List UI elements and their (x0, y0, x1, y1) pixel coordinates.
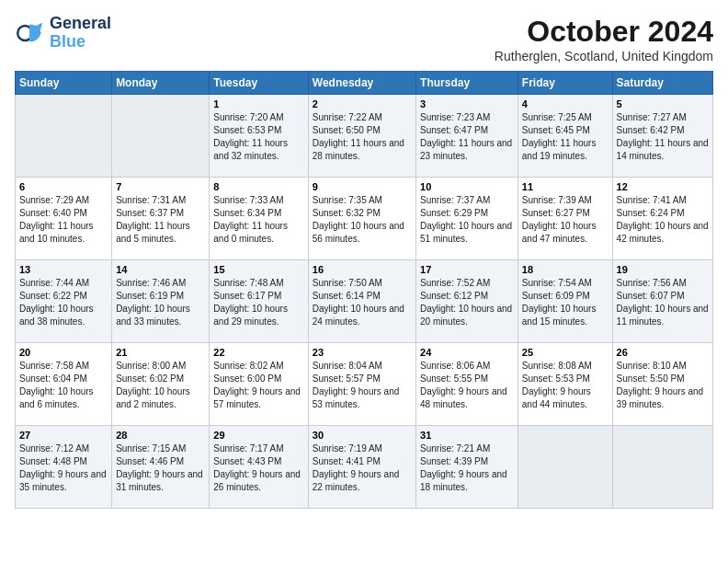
calendar-cell: 4Sunrise: 7:25 AMSunset: 6:45 PMDaylight… (518, 95, 612, 178)
day-number: 27 (19, 430, 108, 441)
calendar-cell: 11Sunrise: 7:39 AMSunset: 6:27 PMDayligh… (518, 178, 612, 260)
day-number: 10 (420, 181, 514, 192)
header-friday: Friday (518, 72, 612, 95)
day-info: Sunrise: 7:20 AMSunset: 6:53 PMDaylight:… (213, 111, 303, 163)
calendar-cell: 21Sunrise: 8:00 AMSunset: 6:02 PMDayligh… (112, 343, 210, 426)
header-thursday: Thursday (416, 72, 518, 95)
calendar-header-row: SundayMondayTuesdayWednesdayThursdayFrid… (16, 72, 713, 95)
day-info: Sunrise: 8:08 AMSunset: 5:53 PMDaylight:… (522, 360, 609, 411)
day-number: 3 (420, 98, 514, 109)
header-saturday: Saturday (612, 72, 712, 95)
calendar-cell (612, 426, 712, 509)
day-number: 21 (116, 347, 205, 358)
day-number: 16 (313, 264, 412, 275)
day-info: Sunrise: 7:27 AMSunset: 6:42 PMDaylight:… (617, 111, 709, 163)
day-info: Sunrise: 8:04 AMSunset: 5:57 PMDaylight:… (313, 360, 412, 411)
day-info: Sunrise: 7:58 AMSunset: 6:04 PMDaylight:… (19, 360, 108, 411)
day-number: 26 (617, 347, 709, 358)
calendar-cell: 31Sunrise: 7:21 AMSunset: 4:39 PMDayligh… (416, 426, 518, 509)
day-info: Sunrise: 7:50 AMSunset: 6:14 PMDaylight:… (313, 277, 412, 328)
logo-line1: General (50, 15, 111, 33)
header-wednesday: Wednesday (308, 72, 415, 95)
calendar-cell: 30Sunrise: 7:19 AMSunset: 4:41 PMDayligh… (308, 426, 415, 509)
day-info: Sunrise: 7:35 AMSunset: 6:32 PMDaylight:… (313, 194, 412, 246)
calendar-cell: 6Sunrise: 7:29 AMSunset: 6:40 PMDaylight… (16, 178, 112, 260)
logo-icon (15, 18, 44, 48)
day-info: Sunrise: 7:52 AMSunset: 6:12 PMDaylight:… (420, 277, 514, 328)
header-sunday: Sunday (16, 72, 112, 95)
day-info: Sunrise: 7:15 AMSunset: 4:46 PMDaylight:… (116, 442, 205, 494)
title-block: October 2024 Rutherglen, Scotland, Unite… (495, 15, 713, 63)
day-number: 30 (313, 430, 412, 441)
calendar-cell (16, 95, 112, 178)
calendar-body: 1Sunrise: 7:20 AMSunset: 6:53 PMDaylight… (16, 95, 713, 509)
day-info: Sunrise: 7:56 AMSunset: 6:07 PMDaylight:… (617, 277, 709, 328)
day-number: 25 (522, 347, 609, 358)
day-info: Sunrise: 8:10 AMSunset: 5:50 PMDaylight:… (617, 360, 709, 411)
day-number: 15 (213, 264, 303, 275)
logo-line2: Blue (50, 32, 85, 51)
day-info: Sunrise: 7:48 AMSunset: 6:17 PMDaylight:… (213, 277, 303, 328)
calendar-table: SundayMondayTuesdayWednesdayThursdayFrid… (15, 71, 713, 509)
calendar-cell: 16Sunrise: 7:50 AMSunset: 6:14 PMDayligh… (308, 260, 415, 343)
day-info: Sunrise: 7:17 AMSunset: 4:43 PMDaylight:… (213, 442, 303, 494)
day-info: Sunrise: 7:22 AMSunset: 6:50 PMDaylight:… (313, 111, 412, 163)
calendar-cell (112, 95, 210, 178)
day-info: Sunrise: 7:21 AMSunset: 4:39 PMDaylight:… (420, 442, 514, 494)
day-info: Sunrise: 8:00 AMSunset: 6:02 PMDaylight:… (116, 360, 205, 411)
day-info: Sunrise: 7:54 AMSunset: 6:09 PMDaylight:… (522, 277, 609, 328)
day-number: 19 (617, 264, 709, 275)
day-number: 31 (420, 430, 514, 441)
day-number: 4 (522, 98, 609, 109)
calendar-cell: 5Sunrise: 7:27 AMSunset: 6:42 PMDaylight… (612, 95, 712, 178)
calendar-cell: 24Sunrise: 8:06 AMSunset: 5:55 PMDayligh… (416, 343, 518, 426)
day-info: Sunrise: 7:31 AMSunset: 6:37 PMDaylight:… (116, 194, 205, 246)
header-tuesday: Tuesday (210, 72, 308, 95)
calendar-week-1: 6Sunrise: 7:29 AMSunset: 6:40 PMDaylight… (16, 178, 713, 260)
day-info: Sunrise: 8:02 AMSunset: 6:00 PMDaylight:… (213, 360, 303, 411)
day-number: 12 (617, 181, 709, 192)
calendar-cell: 18Sunrise: 7:54 AMSunset: 6:09 PMDayligh… (518, 260, 612, 343)
day-info: Sunrise: 7:39 AMSunset: 6:27 PMDaylight:… (522, 194, 609, 246)
day-number: 13 (19, 264, 108, 275)
day-number: 9 (313, 181, 412, 192)
calendar-cell: 12Sunrise: 7:41 AMSunset: 6:24 PMDayligh… (612, 178, 712, 260)
calendar-cell: 10Sunrise: 7:37 AMSunset: 6:29 PMDayligh… (416, 178, 518, 260)
logo: General Blue (15, 15, 111, 52)
day-number: 29 (213, 430, 303, 441)
calendar-cell: 19Sunrise: 7:56 AMSunset: 6:07 PMDayligh… (612, 260, 712, 343)
day-number: 22 (213, 347, 303, 358)
day-number: 8 (213, 181, 303, 192)
day-number: 11 (522, 181, 609, 192)
calendar-cell: 26Sunrise: 8:10 AMSunset: 5:50 PMDayligh… (612, 343, 712, 426)
month-title: October 2024 (495, 15, 713, 49)
calendar-cell: 8Sunrise: 7:33 AMSunset: 6:34 PMDaylight… (210, 178, 308, 260)
day-info: Sunrise: 7:12 AMSunset: 4:48 PMDaylight:… (19, 442, 108, 494)
day-info: Sunrise: 7:46 AMSunset: 6:19 PMDaylight:… (116, 277, 205, 328)
calendar-week-0: 1Sunrise: 7:20 AMSunset: 6:53 PMDaylight… (16, 95, 713, 178)
day-info: Sunrise: 7:19 AMSunset: 4:41 PMDaylight:… (313, 442, 412, 494)
calendar-cell: 28Sunrise: 7:15 AMSunset: 4:46 PMDayligh… (112, 426, 210, 509)
day-info: Sunrise: 8:06 AMSunset: 5:55 PMDaylight:… (420, 360, 514, 411)
calendar-cell: 17Sunrise: 7:52 AMSunset: 6:12 PMDayligh… (416, 260, 518, 343)
calendar-cell: 14Sunrise: 7:46 AMSunset: 6:19 PMDayligh… (112, 260, 210, 343)
day-number: 6 (19, 181, 108, 192)
logo-text: General Blue (50, 15, 111, 52)
header-monday: Monday (112, 72, 210, 95)
calendar-week-3: 20Sunrise: 7:58 AMSunset: 6:04 PMDayligh… (16, 343, 713, 426)
day-number: 1 (213, 98, 303, 109)
day-number: 2 (313, 98, 412, 109)
calendar-cell: 9Sunrise: 7:35 AMSunset: 6:32 PMDaylight… (308, 178, 415, 260)
calendar-cell: 7Sunrise: 7:31 AMSunset: 6:37 PMDaylight… (112, 178, 210, 260)
day-number: 24 (420, 347, 514, 358)
calendar-cell: 3Sunrise: 7:23 AMSunset: 6:47 PMDaylight… (416, 95, 518, 178)
day-info: Sunrise: 7:33 AMSunset: 6:34 PMDaylight:… (213, 194, 303, 246)
location: Rutherglen, Scotland, United Kingdom (495, 49, 713, 63)
day-info: Sunrise: 7:44 AMSunset: 6:22 PMDaylight:… (19, 277, 108, 328)
day-info: Sunrise: 7:23 AMSunset: 6:47 PMDaylight:… (420, 111, 514, 163)
day-number: 28 (116, 430, 205, 441)
day-info: Sunrise: 7:29 AMSunset: 6:40 PMDaylight:… (19, 194, 108, 246)
calendar-cell: 20Sunrise: 7:58 AMSunset: 6:04 PMDayligh… (16, 343, 112, 426)
page-header: General Blue October 2024 Rutherglen, Sc… (15, 15, 713, 63)
day-info: Sunrise: 7:25 AMSunset: 6:45 PMDaylight:… (522, 111, 609, 163)
